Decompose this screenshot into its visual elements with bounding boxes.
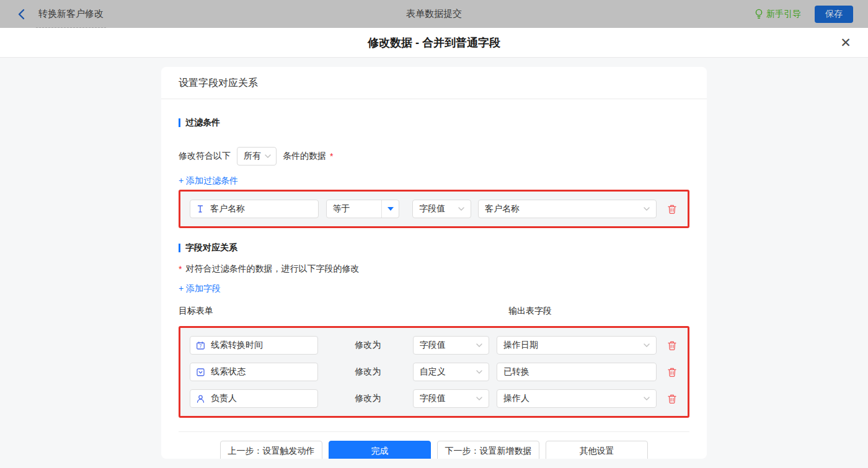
output-field-value: 操作人	[503, 393, 644, 404]
document-title[interactable]: 转换新客户修改	[36, 0, 106, 28]
trash-icon	[667, 340, 677, 351]
target-field-input[interactable]: 负责人	[190, 389, 318, 408]
add-filter-condition-link[interactable]: + 添加过滤条件	[179, 174, 238, 187]
target-field-value: 负责人	[211, 393, 237, 404]
mapping-row: 7 线索转换时间 修改为 字段值 操作日期	[190, 336, 678, 355]
operator-select[interactable]: 等于	[326, 200, 400, 218]
mapping-note: * 对符合过滤条件的数据，进行以下字段的修改	[179, 263, 689, 275]
modify-to-label: 修改为	[355, 393, 413, 404]
next-step-button[interactable]: 下一步：设置新增数据	[437, 441, 539, 459]
target-field-input[interactable]: 7 线索转换时间	[190, 336, 318, 355]
filter-section-label: 过滤条件	[185, 117, 220, 128]
modify-to-label: 修改为	[355, 340, 413, 351]
value-type-value: 字段值	[419, 203, 458, 214]
previous-step-button[interactable]: 上一步：设置触发动作	[220, 441, 322, 459]
delete-mapping-button[interactable]	[666, 392, 678, 405]
value-type-select[interactable]: 字段值	[413, 389, 489, 408]
value-type-select[interactable]: 自定义	[413, 363, 489, 381]
modal-title: 修改数据 - 合并到普通字段	[368, 35, 500, 50]
close-icon[interactable]: ✕	[837, 34, 854, 51]
topbar-actions: 新手引导 保存	[755, 6, 853, 23]
calendar-icon: 7	[196, 341, 205, 350]
mapping-note-text: 对符合过滤条件的数据，进行以下字段的修改	[185, 263, 359, 275]
mapping-section-label: 字段对应关系	[185, 242, 237, 254]
condition-prefix: 修改符合以下	[179, 151, 231, 162]
custom-value-input[interactable]: 已转换	[497, 363, 657, 381]
target-field-value: 线索转换时间	[211, 340, 263, 351]
filter-condition-row: 客户名称 等于 字段值 客	[190, 200, 678, 218]
svg-text:7: 7	[199, 343, 202, 349]
output-field-select[interactable]: 操作日期	[497, 336, 657, 355]
operator-value: 等于	[327, 203, 382, 214]
condition-match-select[interactable]: 所有	[237, 147, 277, 166]
modal-header: 修改数据 - 合并到普通字段 ✕	[0, 28, 868, 58]
trash-icon	[667, 367, 677, 377]
chevron-down-icon	[476, 343, 482, 347]
caret-down-icon	[388, 207, 394, 211]
mapping-row: 线索状态 修改为 自定义 已转换	[190, 363, 678, 381]
column-target-form: 目标表单	[179, 306, 508, 317]
chevron-down-icon	[476, 397, 482, 400]
mapping-column-headers: 目标表单 输出表字段	[179, 306, 689, 317]
filter-value: 客户名称	[485, 203, 644, 214]
section-marker	[179, 244, 180, 252]
field-mapping-highlight-box: 7 线索转换时间 修改为 字段值 操作日期	[179, 326, 689, 418]
panel-title: 设置字段对应关系	[161, 67, 707, 99]
panel-body: 过滤条件 修改符合以下 所有 条件的数据 * + 添加过滤条件	[161, 117, 707, 459]
panel-footer: 上一步：设置触发动作 完成 下一步：设置新增数据 其他设置	[179, 431, 689, 459]
value-type-value: 字段值	[420, 393, 476, 404]
settings-panel: 设置字段对应关系 过滤条件 修改符合以下 所有 条件的数据 * + 添加过滤条件	[161, 67, 707, 459]
save-button[interactable]: 保存	[815, 6, 853, 23]
chevron-down-icon	[644, 343, 650, 347]
filter-conditions-highlight-box: 客户名称 等于 字段值 客	[179, 190, 689, 228]
person-icon	[196, 394, 205, 404]
condition-match-value: 所有	[244, 151, 265, 162]
mapping-row: 负责人 修改为 字段值 操作人	[190, 389, 678, 408]
column-output-field: 输出表字段	[508, 306, 552, 317]
done-button[interactable]: 完成	[329, 441, 431, 459]
modify-to-label: 修改为	[355, 366, 413, 377]
trash-icon	[667, 394, 677, 404]
mapping-section-title: 字段对应关系	[179, 242, 689, 254]
value-type-value: 自定义	[420, 366, 476, 377]
beginner-guide-label: 新手引导	[766, 9, 801, 20]
condition-suffix: 条件的数据	[283, 151, 326, 162]
filter-value-select[interactable]: 客户名称	[478, 200, 657, 218]
beginner-guide-link[interactable]: 新手引导	[755, 9, 801, 20]
filter-section-title: 过滤条件	[179, 117, 689, 128]
required-mark: *	[330, 151, 333, 161]
back-button[interactable]	[17, 9, 26, 20]
target-field-value: 线索状态	[211, 366, 246, 377]
other-settings-button[interactable]: 其他设置	[546, 441, 648, 459]
output-field-select[interactable]: 操作人	[497, 389, 657, 408]
chevron-down-icon	[644, 397, 650, 400]
filter-field-value: 客户名称	[210, 203, 245, 214]
delete-mapping-button[interactable]	[666, 339, 678, 351]
condition-row: 修改符合以下 所有 条件的数据 *	[179, 147, 689, 166]
page-title: 表单数据提交	[406, 8, 462, 20]
lightbulb-icon	[755, 9, 763, 19]
dropdown-field-icon	[196, 368, 205, 377]
target-field-input[interactable]: 线索状态	[190, 363, 318, 381]
required-mark: *	[179, 264, 182, 274]
modal-content: 设置字段对应关系 过滤条件 修改符合以下 所有 条件的数据 * + 添加过滤条件	[0, 67, 868, 468]
top-bar: 转换新客户修改 表单数据提交 新手引导 保存	[0, 0, 868, 28]
value-type-select[interactable]: 字段值	[412, 200, 471, 218]
trash-icon	[667, 204, 677, 214]
section-marker	[179, 118, 180, 127]
chevron-left-icon	[17, 9, 26, 20]
chevron-down-icon	[644, 207, 650, 211]
value-type-select[interactable]: 字段值	[413, 336, 489, 355]
custom-value: 已转换	[503, 366, 529, 377]
filter-field-input[interactable]: 客户名称	[190, 200, 319, 218]
add-field-link[interactable]: + 添加字段	[179, 282, 221, 294]
output-field-value: 操作日期	[503, 340, 644, 351]
value-type-value: 字段值	[420, 340, 476, 351]
chevron-down-icon	[476, 370, 482, 374]
chevron-down-icon	[458, 207, 464, 211]
delete-condition-button[interactable]	[666, 203, 678, 215]
operator-caret-zone[interactable]	[381, 200, 399, 218]
delete-mapping-button[interactable]	[666, 366, 678, 378]
text-field-icon	[196, 205, 205, 213]
chevron-down-icon	[265, 154, 271, 158]
